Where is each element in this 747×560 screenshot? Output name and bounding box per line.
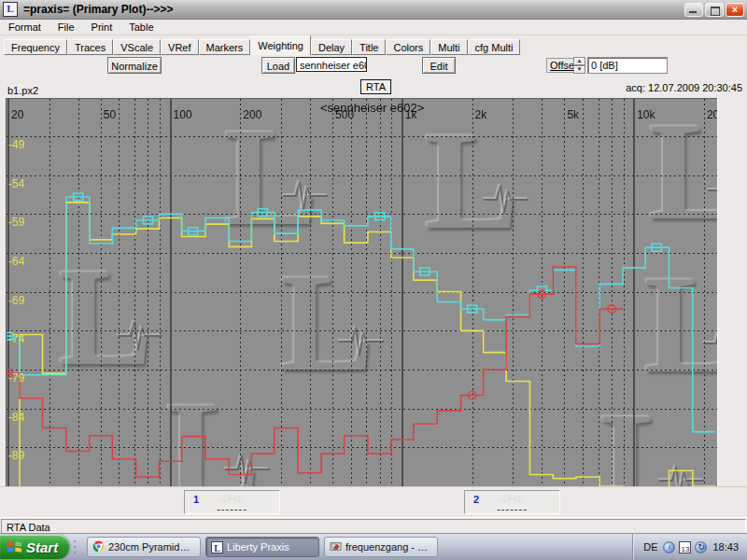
toolbar: Normalize Load sennheiser e602 Edit Offs… [0,55,747,78]
y-tick-label--54: -54 [8,177,24,190]
plot-file-label: b1.px2 [7,85,38,96]
load-button[interactable]: Load [261,57,295,74]
edit-button[interactable]: Edit [422,57,456,74]
loaded-file-field[interactable]: sennheiser e602 [296,57,367,72]
menu-item-file[interactable]: File [49,21,83,34]
calendar-13-icon: 13 [679,541,691,553]
desktop: L =praxis= (Primary Plot)-->>> × FormatF… [0,0,747,560]
trace-slot-dashes: ------- [185,503,279,514]
menu-item-print[interactable]: Print [83,21,121,34]
tab-weighting[interactable]: Weighting [250,35,311,55]
tab-cfg-multi[interactable]: cfg Multi [468,39,521,55]
y-tick-label--89: -89 [8,449,24,462]
offset-spinner-down[interactable]: ▼ [573,65,585,74]
x-tick-label-50: 50 [104,108,116,121]
menu-item-table[interactable]: Table [120,21,162,34]
x-tick-label-5k: 5k [567,108,579,121]
update-icon: ↻ [695,541,707,553]
paint-icon [330,540,342,554]
menu-item-format[interactable]: Format [0,21,49,34]
tab-delay[interactable]: Delay [311,39,352,55]
task-label: frequenzgang - Paint [345,541,432,553]
y-tick-label--49: -49 [8,138,24,151]
plot-row: LLLLLLLL <sennheiser e602> 2050100200500… [0,98,747,486]
x-tick-label-2k: 2k [475,108,487,121]
restore-button[interactable] [705,3,724,17]
start-label: Start [26,539,58,555]
task-label: Liberty Praxis [227,541,289,553]
plot-header: b1.px2 RTA acq: 12.07.2009 20:30:45 [0,78,747,98]
offset-spinner: ▲ ▼ [573,57,585,74]
plot-title: <sennheiser e602> [320,101,424,115]
rta-plot[interactable]: LLLLLLLL <sennheiser e602> 2050100200500… [6,98,717,486]
rta-plot-canvas [7,99,717,486]
trace-legend-strip: 1 -0Hz- ------- 2 -0Hz- ------- [0,486,747,517]
taskbar-button-230cm-pyramide-mit-[interactable]: 230cm Pyramide mit ... [87,537,201,557]
offset-spinner-up[interactable]: ▲ [573,57,585,65]
task-buttons: 230cm Pyramide mit ...LLiberty Praxisfre… [82,537,438,557]
x-tick-label-20k: 20k [707,108,717,121]
tray-icons: ‹13↻ [663,541,707,553]
taskbar-button-frequenzgang-paint[interactable]: frequenzgang - Paint [324,537,438,557]
tab-markers[interactable]: Markers [199,39,251,55]
collapse-chevron-icon[interactable]: ‹ [663,541,675,553]
chrome-icon [92,540,105,554]
trace-slot-2[interactable]: 2 -0Hz- ------- [464,490,560,514]
tab-colors[interactable]: Colors [386,39,430,55]
x-tick-label-100: 100 [174,108,192,121]
minimize-icon [689,11,697,13]
y-tick-label--69: -69 [8,294,24,307]
offset-value-field[interactable]: 0 [dB] [587,57,668,74]
close-button[interactable]: × [726,3,744,17]
taskbar-button-liberty-praxis[interactable]: LLiberty Praxis [205,537,319,557]
liberty-icon: L [211,541,223,553]
x-tick-label-20: 20 [11,108,23,121]
plot-right-gutter [717,98,747,486]
y-tick-label--64: -64 [8,255,24,268]
windows-flag-icon [7,540,22,553]
menu-bar: FormatFilePrintTable [0,20,747,35]
y-tick-label--74: -74 [8,332,24,345]
y-tick-label--79: -79 [8,371,24,385]
tab-vref[interactable]: VRef [161,39,198,55]
app-icon: L [3,2,18,17]
clock[interactable]: 18:43 [712,541,739,553]
trace-slot-1[interactable]: 1 -0Hz- ------- [184,490,280,514]
x-tick-label-10k: 10k [637,108,655,121]
y-tick-label--59: -59 [8,216,24,229]
tab-title[interactable]: Title [352,39,386,55]
acquisition-timestamp: acq: 12.07.2009 20:30:45 [626,82,742,93]
restore-icon [711,7,720,16]
tab-traces[interactable]: Traces [67,39,113,55]
tab-multi[interactable]: Multi [430,39,467,55]
start-button[interactable]: Start [0,535,69,559]
tab-row: FrequencyTracesVScaleVRefMarkersWeightin… [0,35,747,55]
language-indicator[interactable]: DE [643,541,657,553]
minimize-button[interactable] [684,3,703,17]
taskbar: Start 230cm Pyramide mit ...LLiberty Pra… [0,533,747,560]
system-tray: DE ‹13↻ 18:43 [632,534,747,560]
trace-slot-dashes: ------- [465,503,559,514]
normalize-button[interactable]: Normalize [107,57,162,74]
y-tick-label--84: -84 [8,411,24,424]
task-label: 230cm Pyramide mit ... [108,541,195,553]
tab-frequency[interactable]: Frequency [4,39,67,55]
rta-mode-badge: RTA [360,79,391,94]
title-bar: L =praxis= (Primary Plot)-->>> × [0,0,747,20]
window-title: =praxis= (Primary Plot)-->>> [23,3,683,16]
taskbar-grip [69,534,82,560]
tab-vscale[interactable]: VScale [113,39,161,55]
x-tick-label-200: 200 [243,108,261,121]
